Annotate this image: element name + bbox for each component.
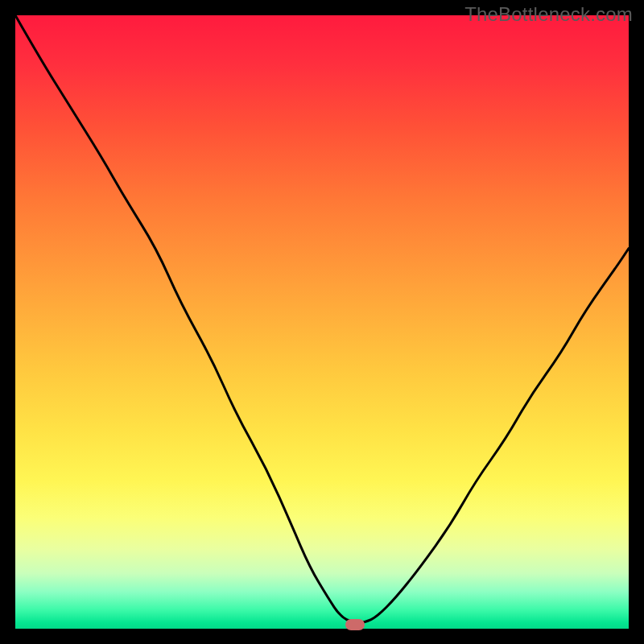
watermark-text: TheBottleneck.com (464, 3, 633, 26)
curve-path (15, 15, 629, 622)
chart-frame: TheBottleneck.com (0, 0, 644, 644)
bottleneck-curve (15, 15, 629, 629)
minimum-marker (345, 619, 365, 630)
